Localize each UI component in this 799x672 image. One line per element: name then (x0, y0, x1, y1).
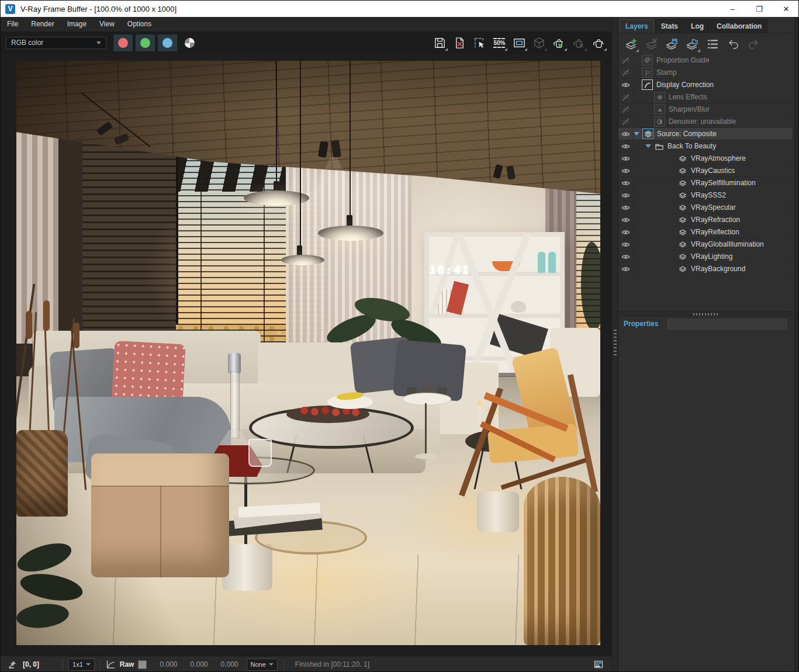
relem-layer-icon (677, 227, 687, 237)
zoom-level-select[interactable]: 1x1 (68, 659, 95, 671)
eye-icon[interactable] (618, 238, 634, 250)
pixel-info-pin-icon[interactable] (8, 660, 17, 669)
layer-row-sharpen-blur[interactable]: Sharpen/Blur (618, 103, 792, 116)
menu-image[interactable]: Image (61, 17, 93, 32)
relem-layer-icon (677, 178, 687, 188)
menu-view[interactable]: View (93, 17, 121, 32)
blue-channel-toggle[interactable] (157, 34, 178, 52)
layer-row-vraylighting[interactable]: VRayLighting (618, 251, 792, 263)
eye-icon[interactable] (618, 177, 634, 189)
alpha-channel-toggle[interactable] (179, 34, 200, 52)
eye-off-icon[interactable] (618, 54, 634, 66)
list-icon (706, 37, 720, 51)
tab-collaboration[interactable]: Collaboration (711, 19, 767, 33)
scene-pendant-cord (350, 61, 351, 226)
relem-layer-icon (677, 154, 687, 163)
eye-icon[interactable] (618, 189, 634, 201)
properties-splitter[interactable] (618, 311, 794, 316)
layer-row-vrayglobalillumination[interactable]: VRayGlobalIllumination (618, 238, 792, 251)
menu-render[interactable]: Render (25, 17, 60, 32)
layer-row-denoiser-unavailable[interactable]: Denoiser: unavailable (618, 116, 792, 128)
render-image[interactable]: 18:41 (16, 61, 600, 645)
create-layer-button[interactable] (623, 36, 639, 52)
minimize-button[interactable]: – (719, 1, 746, 17)
eye-icon[interactable] (618, 140, 634, 152)
clear-image-button[interactable] (452, 35, 468, 51)
eye-icon[interactable] (618, 79, 634, 91)
close-button[interactable]: ✕ (773, 1, 799, 17)
tab-stats[interactable]: Stats (655, 19, 684, 33)
render-button[interactable] (591, 35, 607, 51)
teapot-stop-icon (572, 36, 586, 50)
layer-label: VRayGlobalIllumination (691, 240, 764, 248)
eye-off-icon[interactable] (618, 116, 634, 127)
scene-glass-tumbler (248, 439, 272, 467)
interactive-render-button[interactable] (551, 35, 567, 51)
layer-row-stamp[interactable]: Stamp (618, 67, 792, 79)
eye-icon[interactable] (618, 202, 634, 213)
eye-icon[interactable] (618, 251, 634, 262)
layer-label: Proportion Guide (656, 56, 710, 64)
undo-button[interactable] (725, 36, 741, 52)
image-canvas: 18:41 (1, 53, 611, 656)
vray-frame-buffer-window: V V-Ray Frame Buffer - [100.0% of 1000 x… (0, 0, 799, 672)
eye-off-icon[interactable] (618, 103, 634, 115)
eye-icon[interactable] (618, 263, 634, 275)
scene-pouf-seam (91, 486, 229, 487)
eye-icon[interactable] (618, 128, 634, 140)
scene-cattail-head (26, 311, 32, 339)
eye-off-icon[interactable] (618, 67, 634, 78)
menu-bar: FileRenderImageViewOptions (1, 17, 611, 32)
tab-properties[interactable]: Properties (624, 320, 658, 328)
layer-row-vrayselfillumination[interactable]: VRaySelfIllumination (618, 177, 792, 189)
layer-row-source-composite[interactable]: Source: Composite (618, 128, 792, 140)
layer-row-vrayrefraction[interactable]: VRayRefraction (618, 214, 792, 226)
panel-splitter[interactable] (611, 17, 618, 672)
layer-row-vraybackground[interactable]: VRayBackground (618, 263, 792, 275)
scene-red-divider (447, 281, 469, 316)
load-layer-tree-button[interactable] (684, 36, 700, 52)
channel-mode-select[interactable]: RGB color (6, 37, 106, 49)
layer-row-vraysss2[interactable]: VRaySSS2 (618, 189, 792, 202)
stats-panel-toggle-icon[interactable] (594, 660, 603, 669)
red-channel-toggle[interactable] (113, 34, 133, 52)
region-render-button[interactable] (472, 35, 487, 51)
lut-mode-select[interactable]: None (247, 659, 278, 671)
layer-row-display-correction[interactable]: Display Correction (618, 79, 792, 91)
layer-row-vrayreflection[interactable]: VRayReflection (618, 226, 792, 238)
tab-log[interactable]: Log (685, 19, 710, 33)
maximize-button[interactable]: ❒ (746, 1, 773, 17)
tab-layers[interactable]: Layers (620, 19, 654, 33)
scene-side-table-base (415, 453, 437, 459)
panel-icon (513, 36, 526, 50)
eye-icon[interactable] (618, 165, 634, 176)
menu-options[interactable]: Options (121, 17, 158, 32)
layer-row-vrayatmosphere[interactable]: VRayAtmosphere (618, 153, 792, 165)
layer-row-back-to-beauty[interactable]: Back To Beauty (618, 140, 792, 153)
scene-cattail-head (74, 323, 79, 348)
layer-row-proportion-guide[interactable]: Proportion Guide (618, 54, 792, 67)
expander-triangle-icon[interactable] (645, 144, 651, 148)
layer-list-button[interactable] (705, 36, 721, 52)
eye-icon[interactable] (618, 214, 634, 226)
display-settings-button[interactable] (511, 35, 527, 51)
title-bar[interactable]: V V-Ray Frame Buffer - [100.0% of 1000 x… (1, 1, 799, 17)
green-channel-toggle[interactable] (135, 34, 155, 52)
eye-off-icon[interactable] (618, 91, 634, 103)
render-last-button (531, 35, 547, 51)
save-layer-tree-button[interactable] (664, 36, 680, 52)
layer-label: VRaySelfIllumination (691, 179, 756, 187)
eye-icon[interactable] (618, 153, 634, 164)
menu-file[interactable]: File (1, 17, 25, 32)
layer-row-vrayspecular[interactable]: VRaySpecular (618, 202, 792, 214)
save-image-button[interactable] (432, 35, 448, 51)
eye-icon[interactable] (618, 226, 634, 238)
scene-pillow-dark (393, 340, 466, 401)
layer-row-lens-effects[interactable]: Lens Effects (618, 91, 792, 103)
test-resolution-button[interactable]: 50% (492, 35, 507, 51)
expander-triangle-icon[interactable] (634, 132, 639, 136)
layer-label: VRayCaustics (691, 167, 735, 175)
alpha-checker-icon (185, 38, 195, 48)
stop-render-button (571, 35, 587, 51)
layer-row-vraycaustics[interactable]: VRayCaustics (618, 165, 792, 177)
